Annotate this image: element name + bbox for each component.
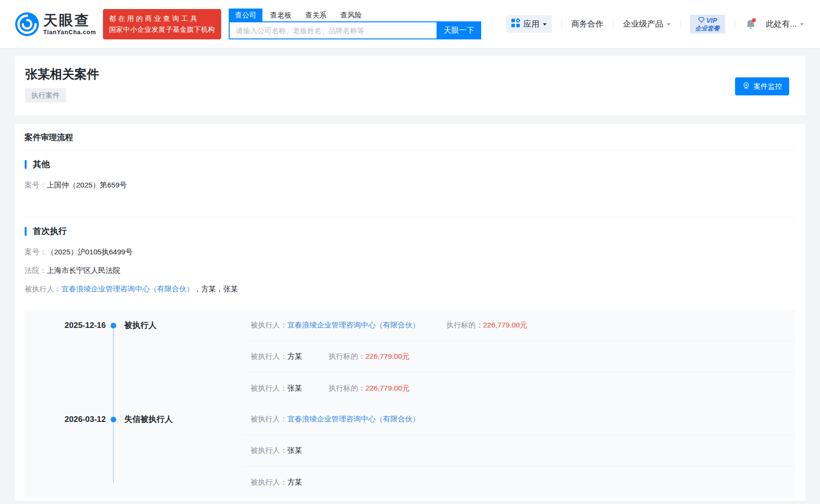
brand-name-en: TianYanCha.com bbox=[43, 29, 96, 36]
chevron-down-icon bbox=[543, 23, 547, 28]
company-link[interactable]: 宜春浪绫企业管理咨询中心（有限合伙） bbox=[288, 414, 420, 424]
timeline-entry-left: 2026-03-12失信被执行人 bbox=[25, 404, 243, 498]
chevron-down-icon bbox=[667, 23, 671, 28]
search-block: 查公司查老板查关系查风险 天眼一下 bbox=[229, 9, 481, 39]
header-nav: 应用 商务合作 企业级产品 VIP 企业套餐 bbox=[506, 15, 804, 34]
amount-value: 226,779.00元 bbox=[365, 384, 410, 392]
timeline-row: 被执行人：宜春浪绫企业管理咨询中心（有限合伙）执行标的：226,779.00元 bbox=[243, 310, 795, 341]
search-tab-查风险[interactable]: 查风险 bbox=[340, 9, 362, 21]
timeline-event-label: 被执行人 bbox=[124, 320, 157, 331]
group-title: 其他 bbox=[33, 159, 50, 170]
timeline-entry: 2025-12-16被执行人被执行人：宜春浪绫企业管理咨询中心（有限合伙）执行标… bbox=[25, 310, 795, 404]
notification-bell-icon[interactable] bbox=[745, 18, 757, 30]
case-flow-card: 案件审理流程 其他案号：上国仲（2025）第659号首次执行案号：（2025）沪… bbox=[15, 124, 805, 501]
monitor-camera-icon bbox=[742, 82, 750, 91]
search-tabs: 查公司查老板查关系查风险 bbox=[229, 9, 481, 21]
amount-label: 执行标的： bbox=[329, 352, 366, 360]
nav-divider bbox=[613, 20, 614, 28]
timeline-row: 被执行人：张某 bbox=[243, 435, 795, 467]
timeline-event-label: 失信被执行人 bbox=[124, 414, 173, 425]
vip-gem-icon bbox=[698, 17, 705, 24]
case-field: 被执行人：宜春浪绫企业管理咨询中心（有限合伙），方某，张某 bbox=[25, 284, 795, 294]
amount-value: 226,779.00元 bbox=[365, 352, 410, 360]
search-tab-查公司[interactable]: 查公司 bbox=[229, 9, 262, 21]
vip-package-button[interactable]: VIP 企业套餐 bbox=[690, 15, 725, 34]
apps-grid-icon bbox=[511, 19, 520, 29]
apps-menu[interactable]: 应用 bbox=[506, 15, 552, 33]
case-group: 首次执行案号：（2025）沪0105执6499号法院：上海市长宁区人民法院被执行… bbox=[25, 217, 795, 294]
company-link[interactable]: 宜春浪绫企业管理咨询中心（有限合伙） bbox=[62, 285, 194, 293]
amount-group: 执行标的：226,779.00元 bbox=[447, 320, 528, 330]
page-title: 张某相关案件 bbox=[25, 67, 99, 81]
amount-value: 226,779.00元 bbox=[483, 321, 527, 329]
top-header: 天眼查 TianYanCha.com 都在用的商业查询工具 国家中小企业发展子基… bbox=[0, 0, 820, 48]
group-header-bar bbox=[25, 227, 27, 236]
title-card: 张某相关案件 执行案件 案件监控 bbox=[15, 56, 805, 115]
amount-group: 执行标的：226,779.00元 bbox=[329, 383, 410, 393]
search-button[interactable]: 天眼一下 bbox=[437, 21, 481, 39]
nav-divider bbox=[561, 20, 562, 28]
timeline-rows: 被执行人：宜春浪绫企业管理咨询中心（有限合伙）执行标的：226,779.00元被… bbox=[243, 310, 795, 404]
case-groups: 其他案号：上国仲（2025）第659号首次执行案号：（2025）沪0105执64… bbox=[25, 159, 795, 294]
timeline-dot bbox=[111, 417, 116, 422]
case-field: 法院：上海市长宁区人民法院 bbox=[25, 265, 795, 275]
field-value: ，方某，张某 bbox=[194, 285, 238, 293]
search-tab-查关系[interactable]: 查关系 bbox=[305, 9, 326, 21]
vip-label: VIP bbox=[707, 17, 718, 24]
case-field: 案号：（2025）沪0105执6499号 bbox=[25, 247, 795, 257]
promo-banner-line2: 国家中小企业发展子基金旗下机构 bbox=[109, 24, 215, 35]
field-label: 法院： bbox=[25, 266, 47, 274]
promo-banner-line1: 都在用的商业查询工具 bbox=[109, 13, 215, 24]
timeline-rows: 被执行人：宜春浪绫企业管理咨询中心（有限合伙）被执行人：张某被执行人：方某 bbox=[243, 404, 795, 498]
company-link[interactable]: 宜春浪绫企业管理咨询中心（有限合伙） bbox=[288, 320, 420, 330]
group-header-bar bbox=[25, 160, 27, 169]
row-label: 被执行人： bbox=[251, 477, 288, 487]
case-type-tag: 执行案件 bbox=[25, 88, 66, 103]
field-label: 被执行人： bbox=[25, 285, 62, 293]
timeline-box: 2025-12-16被执行人被执行人：宜春浪绫企业管理咨询中心（有限合伙）执行标… bbox=[25, 310, 795, 498]
timeline-connector-line bbox=[113, 326, 114, 483]
timeline-row: 被执行人：张某执行标的：226,779.00元 bbox=[243, 373, 795, 404]
row-label: 被执行人： bbox=[251, 383, 288, 393]
group-header: 其他 bbox=[25, 159, 795, 170]
section-header: 案件审理流程 bbox=[25, 128, 795, 150]
case-field: 案号：上国仲（2025）第659号 bbox=[25, 180, 795, 190]
nav-divider bbox=[735, 20, 735, 28]
case-group: 其他案号：上国仲（2025）第659号 bbox=[25, 159, 795, 217]
nav-item-enterprise-products[interactable]: 企业级产品 bbox=[623, 19, 671, 29]
group-header: 首次执行 bbox=[25, 225, 795, 237]
vip-package-label: 企业套餐 bbox=[695, 25, 720, 32]
chevron-down-icon bbox=[800, 23, 804, 28]
timeline-entry-left: 2025-12-16被执行人 bbox=[25, 310, 243, 404]
timeline: 2025-12-16被执行人被执行人：宜春浪绫企业管理咨询中心（有限合伙）执行标… bbox=[25, 310, 795, 498]
timeline-entry: 2026-03-12失信被执行人被执行人：宜春浪绫企业管理咨询中心（有限合伙）被… bbox=[25, 404, 795, 498]
person-name: 方某 bbox=[288, 352, 302, 362]
tianyancha-logo-icon bbox=[15, 12, 39, 36]
amount-label: 执行标的： bbox=[329, 384, 366, 392]
row-label: 被执行人： bbox=[251, 320, 288, 330]
timeline-date: 2025-12-16 bbox=[25, 320, 106, 331]
case-monitor-label: 案件监控 bbox=[754, 82, 782, 91]
case-monitor-button[interactable]: 案件监控 bbox=[735, 77, 789, 95]
nav-item-business-cooperation[interactable]: 商务合作 bbox=[571, 19, 604, 29]
tianyancha-logo[interactable]: 天眼查 TianYanCha.com bbox=[15, 12, 96, 36]
nav-item-enterprise-label: 企业级产品 bbox=[623, 19, 663, 29]
person-name: 张某 bbox=[288, 446, 302, 456]
search-tab-查老板[interactable]: 查老板 bbox=[270, 9, 291, 21]
timeline-row: 被执行人：宜春浪绫企业管理咨询中心（有限合伙） bbox=[243, 404, 795, 435]
row-label: 被执行人： bbox=[251, 414, 288, 424]
group-title: 首次执行 bbox=[33, 225, 67, 237]
person-name: 张某 bbox=[288, 383, 302, 393]
amount-group: 执行标的：226,779.00元 bbox=[329, 352, 410, 362]
row-label: 被执行人： bbox=[251, 446, 288, 456]
timeline-date: 2026-03-12 bbox=[25, 414, 106, 425]
user-menu-label: 此处有... bbox=[766, 19, 797, 29]
brand-name-cn: 天眼查 bbox=[43, 13, 96, 28]
timeline-row: 被执行人：方某 bbox=[243, 467, 795, 498]
user-menu[interactable]: 此处有... bbox=[766, 19, 804, 29]
search-input[interactable] bbox=[229, 21, 437, 39]
field-value: （2025）沪0105执6499号 bbox=[47, 248, 133, 256]
nav-divider bbox=[680, 20, 680, 28]
field-label: 案号： bbox=[25, 181, 47, 189]
field-label: 案号： bbox=[25, 248, 47, 256]
